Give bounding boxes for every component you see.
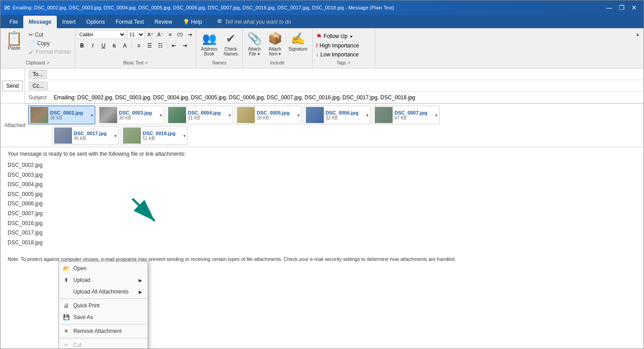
context-cut[interactable]: ✂ Cut <box>59 339 148 349</box>
basic-text-content: Calibri 11 A⁺ A⁻ ≡ ⑴ ⇥ B I U S A <box>77 30 194 60</box>
title-bar-left: ✉ Emailing: DSC_0002.jpg, DSC_0003.jpg, … <box>4 4 394 12</box>
tab-message[interactable]: Message <box>23 16 57 28</box>
tab-options[interactable]: Options <box>81 16 110 28</box>
to-row: To... <box>25 68 644 80</box>
attachment-dsc0003[interactable]: DSC_0003.jpg 30 KB ▾ <box>97 106 164 124</box>
attachment-dsc0017[interactable]: DSC_0017.jpg 45 KB ▾ <box>52 126 119 145</box>
attach-item-button[interactable]: 📦 AttachItem ▾ <box>265 30 285 58</box>
subject-row: Subject <box>25 92 644 103</box>
attachment-dropdown-dsc0007[interactable]: ▾ <box>435 113 437 118</box>
basic-text-dialog-launcher[interactable]: ↗ <box>144 61 148 65</box>
attachment-dsc0007[interactable]: DSC_0007.jpg 47 KB ▾ <box>373 106 440 124</box>
tags-dialog-launcher[interactable]: ↗ <box>347 61 351 65</box>
numbering-button[interactable]: ⑴ <box>175 30 184 39</box>
ribbon-group-include: 📎 AttachFile ▾ 📦 AttachItem ▾ ✍ Signatur… <box>243 29 313 67</box>
high-importance-button[interactable]: ! High Importance <box>314 42 361 50</box>
context-remove-attachment[interactable]: ✕ Remove Attachment <box>59 325 148 337</box>
font-color-button[interactable]: A <box>120 41 130 51</box>
minimize-button[interactable]: — <box>603 2 615 13</box>
title-bar-controls: — ❐ ✕ <box>603 2 640 13</box>
attachment-dsc0005[interactable]: DSC_0005.jpg 28 KB ▾ <box>235 106 302 124</box>
attachment-dsc0004[interactable]: DSC_0004.jpg 31 KB ▾ <box>166 106 233 124</box>
open-icon: 📂 <box>63 265 70 272</box>
strikethrough-button[interactable]: S <box>109 41 119 51</box>
tags-content: ⚑ Follow Up ▾ ! High Importance ↓ Low Im… <box>314 30 373 60</box>
align-center-button[interactable]: ☰ <box>144 41 154 51</box>
file-item-7: DSC_0017.jpg <box>8 228 636 238</box>
tab-format-text[interactable]: Format Text <box>110 16 149 28</box>
attachment-dropdown-dsc0004[interactable]: ▾ <box>229 113 231 118</box>
bullets-button[interactable]: ≡ <box>165 30 174 39</box>
attachment-dropdown-dsc0017[interactable]: ▾ <box>114 133 117 138</box>
attachment-thumb-dsc0018 <box>123 128 141 144</box>
font-size-select[interactable]: 11 <box>127 30 145 39</box>
attachment-name-dsc0003: DSC_0003.jpg <box>119 110 158 115</box>
attachment-dropdown-dsc0002[interactable]: ▾ <box>91 113 93 118</box>
cut-button[interactable]: ✂ Cut <box>27 31 73 39</box>
attachment-dsc0002[interactable]: DSC_0002.jpg 30 KB ▾ <box>28 106 95 124</box>
font-shrink-button[interactable]: A⁻ <box>156 30 165 39</box>
indent-button[interactable]: ⇥ <box>185 30 194 39</box>
ribbon-group-clipboard: 📋 Paste ✂ Cut 📄 Copy 🖌 Format Painter <box>0 29 75 67</box>
text-divider <box>131 43 132 49</box>
send-button[interactable]: Send <box>2 81 23 91</box>
save-as-icon: 💾 <box>63 314 70 321</box>
close-button[interactable]: ✕ <box>628 2 640 13</box>
tab-help[interactable]: 💡 Help <box>178 16 208 28</box>
subject-input[interactable] <box>52 94 644 102</box>
context-quick-print[interactable]: 🖨 Quick Print <box>59 300 148 311</box>
address-book-button[interactable]: 👥 AddressBook <box>198 30 220 58</box>
tab-file[interactable]: File <box>4 16 23 28</box>
file-item-8: DSC_0018.jpg <box>8 238 636 248</box>
align-left-button[interactable]: ≡ <box>134 41 144 51</box>
tab-insert[interactable]: Insert <box>57 16 81 28</box>
context-upload[interactable]: ⬆ Upload ▶ <box>59 274 148 286</box>
check-names-button[interactable]: ✔ CheckNames <box>221 30 241 58</box>
attachment-dsc0006[interactable]: DSC_0006.jpg 32 KB ▾ <box>304 106 371 124</box>
context-upload-all[interactable]: Upload All Attachments ▶ <box>59 286 148 298</box>
app-icon: ✉ <box>4 4 10 12</box>
maximize-button[interactable]: ❐ <box>616 2 627 13</box>
bold-button[interactable]: B <box>77 41 87 51</box>
low-importance-button[interactable]: ↓ Low Importance <box>314 51 360 59</box>
font-family-select[interactable]: Calibri <box>77 30 126 39</box>
align-right-button[interactable]: ☷ <box>155 41 165 51</box>
attachment-dropdown-dsc0018[interactable]: ▾ <box>183 133 186 138</box>
tell-me-field[interactable]: 🔍 Tell me what you want to do <box>211 16 297 28</box>
attach-file-icon: 📎 <box>247 32 262 46</box>
signature-button[interactable]: ✍ Signature <box>286 30 310 53</box>
check-names-icon: ✔ <box>226 32 236 46</box>
copy-button[interactable]: 📄 Copy <box>27 39 73 47</box>
context-open[interactable]: 📂 Open <box>59 263 148 274</box>
attachment-list: DSC_0002.jpg 30 KB ▾ DSC_0003.jpg 30 KB … <box>27 105 602 146</box>
attachment-dropdown-dsc0006[interactable]: ▾ <box>366 113 369 118</box>
attachment-dropdown-dsc0005[interactable]: ▾ <box>297 113 300 118</box>
to-input[interactable] <box>49 70 644 78</box>
attachment-thumb-dsc0002 <box>30 107 48 123</box>
align-divider <box>167 43 167 49</box>
attach-file-button[interactable]: 📎 AttachFile ▾ <box>245 30 264 58</box>
attachment-name-dsc0006: DSC_0006.jpg <box>326 110 364 115</box>
minimize-ribbon-button[interactable]: ▲ <box>634 31 642 38</box>
cc-button[interactable]: Cc... <box>29 81 48 90</box>
attachment-name-dsc0017: DSC_0017.jpg <box>74 131 113 136</box>
paste-button[interactable]: 📋 Paste <box>2 30 26 52</box>
high-importance-icon: ! <box>316 43 318 49</box>
attachment-dropdown-dsc0003[interactable]: ▾ <box>160 113 162 118</box>
attachment-size-dsc0006: 32 KB <box>326 115 364 120</box>
attachment-size-dsc0017: 45 KB <box>74 136 113 141</box>
clipboard-dialog-launcher[interactable]: ↗ <box>46 61 50 65</box>
context-save-as[interactable]: 💾 Save As <box>59 311 148 323</box>
to-button[interactable]: To... <box>29 70 47 79</box>
decrease-indent-button[interactable]: ⇤ <box>169 41 179 51</box>
font-grow-button[interactable]: A⁺ <box>146 30 155 39</box>
follow-up-dropdown[interactable]: ▾ <box>350 34 352 39</box>
tab-review[interactable]: Review <box>149 16 178 28</box>
follow-up-button[interactable]: ⚑ Follow Up ▾ <box>314 32 354 41</box>
cc-input[interactable] <box>50 82 644 90</box>
attachment-dsc0018[interactable]: DSC_0018.jpg 51 KB ▾ <box>121 126 188 145</box>
underline-button[interactable]: U <box>98 41 108 51</box>
italic-button[interactable]: I <box>88 41 97 51</box>
format-painter-button[interactable]: 🖌 Format Painter <box>27 48 73 56</box>
increase-indent-button[interactable]: ⇥ <box>180 41 190 51</box>
